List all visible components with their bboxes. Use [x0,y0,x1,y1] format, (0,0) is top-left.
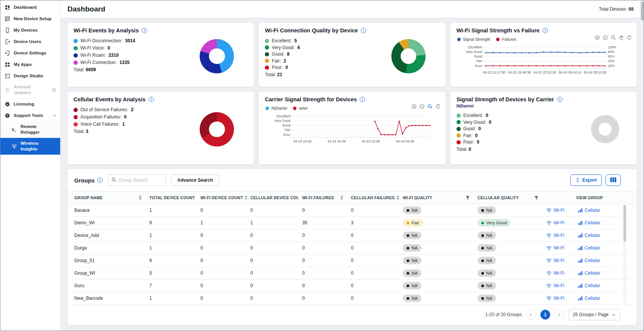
export-icon [575,177,580,183]
group-name: Guru [67,280,146,292]
quality-badge: NA [477,257,496,264]
zoom-out-icon[interactable] [603,35,608,40]
page-scrollbar[interactable] [640,0,644,331]
svg-text:Very Good: Very Good [274,119,290,123]
sort-icon[interactable] [245,195,247,200]
cell-value: 5 [146,267,197,280]
sidebar-item-label: Device Settings [14,50,46,56]
sidebar-item-my-apps[interactable]: My Apps [0,59,60,70]
quality-badge: NA [403,294,421,302]
total-devices: Total Devices :68 [599,6,634,12]
column-header[interactable]: CELLULAR FAILURES [347,192,399,204]
view-wifi-link[interactable]: Wi-Fi [546,220,564,225]
sidebar-item-remote-rxlogger[interactable]: Rx Remote Rxlogger [0,121,60,138]
info-icon[interactable]: i [361,28,366,33]
view-wifi-link[interactable]: Wi-Fi [546,208,564,213]
view-cellular-link[interactable]: Cellular [578,296,600,301]
legend-dot [457,38,461,41]
column-header[interactable]: CELLULAR QUALITY [474,192,542,204]
sidebar-item-my-devices[interactable]: My Devices [0,24,60,36]
table-scrollbar[interactable] [623,205,626,303]
view-cellular-link[interactable]: Cellular [578,220,600,225]
svg-text:04-24 00:44:14: 04-24 00:44:14 [559,70,582,74]
info-icon[interactable]: i [142,28,147,33]
card-title: Wi-Fi Connection Quality by Device [265,27,358,34]
advance-search-button[interactable]: Advance Search [171,174,219,186]
zoom-select-icon[interactable] [428,104,433,109]
cell-value: 0 [347,280,399,292]
view-wifi-link[interactable]: Wi-Fi [546,283,564,288]
view-cellular-link[interactable]: Cellular [578,208,600,213]
quality-badge: NA [477,244,496,252]
group-search-input[interactable] [119,177,162,183]
view-cellular-link[interactable]: Cellular [578,270,600,276]
reset-icon[interactable] [627,35,632,40]
sidebar-item-wireless-insights[interactable]: Wireless Insights [0,138,60,155]
info-icon[interactable]: i [543,28,548,33]
sidebar-item-new-device-setup[interactable]: New Device Setup [0,13,60,24]
column-header[interactable]: WI-FI DEVICE COUNT [197,192,247,204]
view-cellular-link[interactable]: Cellular [578,245,600,251]
svg-text:04-23 20:15:26: 04-23 20:15:26 [533,70,556,74]
svg-text:20%: 20% [608,64,615,68]
legend-item: Failures [496,37,516,42]
column-header[interactable]: TOTAL DEVICE COUNT [146,192,197,204]
quality-badge: NA [477,206,496,214]
sidebar-item-device-settings[interactable]: Device Settings [0,47,60,59]
view-wifi-link[interactable]: Wi-Fi [546,245,564,251]
view-wifi-link[interactable]: Wi-Fi [546,296,564,301]
groups-table-body: Basava10000NANAWi-FiCellularDemo_WI91135… [67,204,637,305]
sidebar-item-device-users[interactable]: Device Users [0,36,60,47]
info-icon[interactable]: i [360,97,365,102]
info-icon[interactable]: i [149,97,154,102]
reset-icon[interactable] [436,104,441,109]
column-header[interactable]: WI-FI QUALITY [399,192,474,204]
prev-page-button[interactable] [526,310,536,320]
view-wifi-link[interactable]: Wi-Fi [546,233,564,238]
zoom-in-icon[interactable] [412,104,417,109]
group-name: Group_51 [67,254,146,267]
info-icon[interactable]: i [557,97,562,102]
columns-button[interactable] [606,174,621,186]
zoom-in-icon[interactable] [595,35,600,40]
sidebar-item-licensing[interactable]: Licensing [0,98,60,110]
sort-icon[interactable] [139,195,142,200]
svg-text:Poor: Poor [284,133,291,137]
page-number-button[interactable]: 1 [540,310,550,320]
cell-value: 1 [146,204,197,217]
chart-toolbar [412,104,441,109]
cell-value: 6 [146,254,197,267]
view-cellular-link[interactable]: Cellular [578,283,600,288]
sidebar-item-design-studio[interactable]: Design Studio [0,70,60,82]
pan-icon[interactable] [619,35,624,40]
sidebar-item-android-updates[interactable]: Android Updates [0,82,60,98]
cell-value: 0 [197,242,247,254]
sidebar-item-dashboard[interactable]: Dashboard [0,2,60,13]
filter-icon[interactable] [466,196,470,200]
group-name: Device_Add [67,229,146,242]
legend-dot [293,107,296,110]
card-signal-vs-failure: Wi-Fi Signal Strength vs Failure i Signa… [450,23,637,87]
column-header[interactable]: GROUP NAME [67,192,146,204]
sort-icon[interactable] [340,195,343,200]
zoom-select-icon[interactable] [611,35,616,40]
next-page-button[interactable] [554,310,564,320]
view-cellular-link[interactable]: Cellular [578,233,600,238]
info-icon[interactable]: i [97,177,103,183]
sort-icon[interactable] [396,195,399,200]
export-button[interactable]: Export [570,174,602,186]
sidebar-item-support-tools[interactable]: ? Support Tools [0,110,60,121]
view-wifi-link[interactable]: Wi-Fi [546,270,564,276]
table-row: Group_5160000NANAWi-FiCellular [67,254,637,267]
svg-text:Good: Good [282,123,291,127]
view-wifi-link[interactable]: Wi-Fi [546,258,564,263]
zoom-out-icon[interactable] [420,104,425,109]
column-header[interactable]: CELLULAR DEVICE COUNT [247,192,298,204]
page-size-select[interactable]: 25 Groups / Page [569,309,620,320]
total-line: Total: 21 [265,72,439,77]
legend-dot [74,122,78,126]
view-cellular-link[interactable]: Cellular [578,258,600,263]
filter-icon[interactable] [534,196,538,200]
column-header[interactable]: WI-FI FAILURES [298,192,347,204]
cell-value: 0 [347,254,399,267]
